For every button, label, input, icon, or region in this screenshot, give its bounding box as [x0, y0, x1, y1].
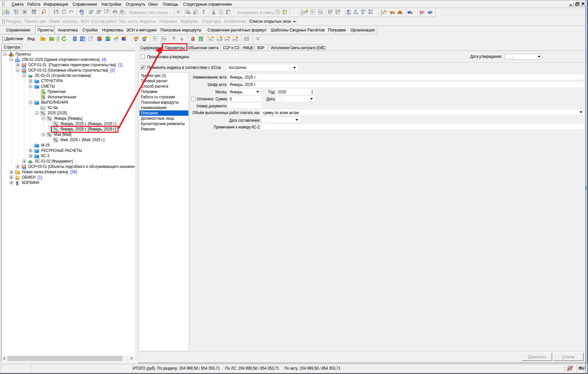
svg-text:ЛС-02-01 [Устройство котлована: ЛС-02-01 [Устройство котлована]	[35, 73, 91, 78]
svg-text:ОСР-03-01 [Объекты подсобного: ОСР-03-01 [Объекты подсобного и обслужив…	[28, 164, 135, 169]
svg-text:КОРЗИНА: КОРЗИНА	[22, 180, 39, 185]
svg-text:Проекты: Проекты	[15, 52, 31, 57]
svg-text:Май, 2025 г. [Май, 2025 г.]: Май, 2025 г. [Май, 2025 г.]	[61, 137, 105, 142]
svg-text:Исполнительная: Исполнительная	[48, 95, 76, 99]
svg-text:ОСР-01-01 [Подготовка террито: ОСР-01-01 [Подготовка территории строите…	[28, 63, 116, 67]
svg-text:М-29: М-29	[41, 143, 50, 148]
svg-text:Проектная: Проектная	[48, 89, 65, 94]
svg-text:СТРУКТУРА: СТРУКТУРА	[41, 79, 63, 83]
svg-text:КС-6а: КС-6а	[48, 105, 58, 110]
svg-text:[1]: [1]	[37, 175, 42, 180]
svg-text:256-02-2025 [Здание спортивног: 256-02-2025 [Здание спортивного комплекс…	[22, 57, 100, 62]
svg-text:[4]: [4]	[102, 57, 106, 62]
svg-text:ВЫПОЛНЕНИЯ: ВЫПОЛНЕНИЯ	[41, 100, 68, 105]
svg-text:Новая папка [Новая папка]: Новая папка [Новая папка]	[22, 170, 68, 174]
svg-text:ОСР-02-01 [Основные объекты ст: ОСР-02-01 [Основные объекты строительств…	[28, 68, 108, 73]
svg-text:СМЕТЫ: СМЕТЫ	[41, 84, 55, 89]
svg-text:[36]: [36]	[70, 170, 77, 174]
svg-text:Январь, 2025 г. [Январь, 2025: Январь, 2025 г. [Январь, 2025 г.]	[61, 121, 116, 126]
svg-text:ОБМЕН: ОБМЕН	[22, 175, 35, 180]
svg-text:РЕСУРСНЫЕ РАСЧЕТЫ: РЕСУРСНЫЕ РАСЧЕТЫ	[41, 148, 82, 153]
svg-text:Январь [Январь]: Январь [Январь]	[54, 116, 82, 121]
svg-text:Май [Май]: Май [Май]	[54, 132, 71, 137]
svg-text:ЛС-02-02 [Фундамент]: ЛС-02-02 [Фундамент]	[35, 159, 73, 164]
svg-text:2025 [2025]: 2025 [2025]	[48, 111, 67, 115]
svg-text:КС-3: КС-3	[41, 154, 49, 158]
